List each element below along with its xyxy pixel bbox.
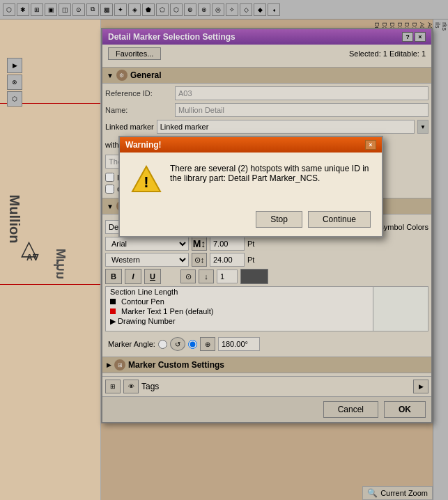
- warning-overlay: Warning! × ! There are several (2) hotsp…: [0, 0, 448, 500]
- continue-button[interactable]: Continue: [308, 211, 371, 228]
- warning-dialog: Warning! × ! There are several (2) hotsp…: [118, 136, 383, 237]
- warning-message-line1: There are several (2) hotspots with same…: [170, 164, 369, 173]
- warning-message-line2: the library part: Detail Part Marker_NCS…: [170, 173, 369, 183]
- warning-title: Warning!: [125, 140, 162, 150]
- warning-message: There are several (2) hotspots with same…: [170, 164, 369, 183]
- warning-icon: !: [131, 164, 162, 194]
- stop-button[interactable]: Stop: [256, 211, 302, 228]
- warning-titlebar: Warning! ×: [120, 137, 382, 153]
- warning-buttons: Stop Continue: [120, 205, 382, 236]
- warning-content: ! There are several (2) hotspots with sa…: [120, 153, 382, 205]
- warning-close-button[interactable]: ×: [365, 140, 376, 150]
- svg-text:!: !: [144, 173, 148, 191]
